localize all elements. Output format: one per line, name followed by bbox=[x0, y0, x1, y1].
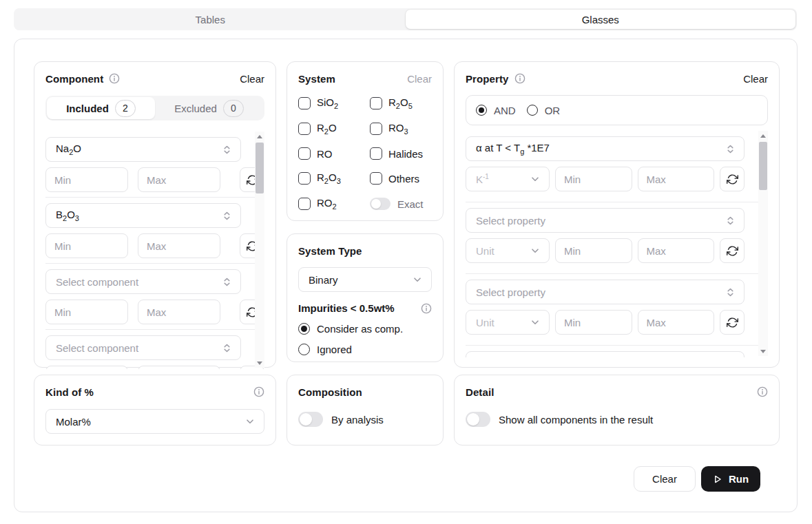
component-4-min-input[interactable] bbox=[45, 366, 128, 369]
property-1-max-input[interactable] bbox=[638, 167, 715, 191]
property-select-3[interactable]: Select property bbox=[466, 280, 745, 304]
divider bbox=[466, 273, 768, 274]
component-clear-button[interactable]: Clear bbox=[240, 73, 264, 85]
checkbox-box[interactable] bbox=[298, 172, 311, 185]
property-2-min-input[interactable] bbox=[555, 238, 632, 263]
component-select-3[interactable]: Select component bbox=[45, 269, 241, 294]
impurities-label: Impurities < 0.5wt% bbox=[298, 302, 395, 314]
checkbox-box[interactable] bbox=[298, 147, 311, 160]
checkbox-r2o5[interactable]: R2O5 bbox=[370, 96, 432, 110]
checkbox-box[interactable] bbox=[298, 123, 311, 135]
info-icon[interactable] bbox=[514, 73, 525, 84]
property-select-2[interactable]: Select property bbox=[466, 208, 745, 233]
component-3-max-input[interactable] bbox=[138, 300, 220, 324]
exact-label: Exact bbox=[397, 198, 424, 210]
property-3-unit-select[interactable]: Unit bbox=[466, 310, 550, 335]
checkbox-others[interactable]: Others bbox=[370, 171, 432, 185]
chevron-updown-icon bbox=[222, 343, 232, 353]
composition-panel: Composition By analysis bbox=[287, 375, 444, 446]
component-select-4[interactable]: Select component bbox=[45, 335, 241, 360]
property-3-reset-button[interactable] bbox=[720, 310, 745, 335]
component-2-max-input[interactable] bbox=[138, 233, 220, 258]
checkbox-ro2[interactable]: RO2 bbox=[298, 197, 367, 211]
property-2-max-input[interactable] bbox=[638, 238, 715, 263]
property-select-1-value: α at T < Tg *1E7 bbox=[476, 142, 725, 156]
checkbox-box[interactable] bbox=[370, 97, 382, 109]
component-list: Na2O B2O3 bbox=[45, 130, 264, 369]
info-icon[interactable] bbox=[757, 386, 768, 397]
checkbox-box[interactable] bbox=[298, 198, 311, 210]
component-4-max-input[interactable] bbox=[138, 366, 220, 369]
property-scrollbar[interactable] bbox=[758, 131, 768, 356]
scrollbar-thumb[interactable] bbox=[256, 143, 264, 193]
footer-clear-button[interactable]: Clear bbox=[634, 466, 696, 492]
property-3-min-input[interactable] bbox=[555, 310, 632, 335]
by-analysis-toggle[interactable] bbox=[298, 412, 323, 427]
checkbox-ro3[interactable]: RO3 bbox=[370, 122, 432, 136]
property-1-reset-button[interactable] bbox=[720, 167, 745, 191]
property-3-max-input[interactable] bbox=[638, 310, 715, 335]
show-all-components-row: Show all components in the result bbox=[466, 412, 768, 427]
component-row-4: Select component bbox=[45, 335, 241, 369]
kind-of-percent-select[interactable]: Molar% bbox=[45, 409, 264, 434]
component-2-min-input[interactable] bbox=[45, 233, 128, 258]
consider-label: Consider as comp. bbox=[317, 323, 403, 335]
property-select-4[interactable]: Select property bbox=[466, 351, 745, 357]
component-1-min-input[interactable] bbox=[45, 167, 128, 192]
ignored-option[interactable]: Ignored bbox=[298, 344, 432, 355]
included-tab[interactable]: Included 2 bbox=[47, 97, 155, 119]
property-1-unit-value: K-1 bbox=[476, 173, 530, 185]
system-clear-button[interactable]: Clear bbox=[407, 73, 432, 85]
component-select-2[interactable]: B2O3 bbox=[45, 203, 241, 228]
excluded-tab[interactable]: Excluded 0 bbox=[155, 97, 263, 119]
checkbox-box[interactable] bbox=[370, 172, 382, 185]
scroll-up-icon[interactable] bbox=[758, 131, 768, 140]
component-select-1[interactable]: Na2O bbox=[45, 137, 241, 162]
checkbox-ro[interactable]: RO bbox=[298, 147, 367, 160]
radio-or[interactable] bbox=[527, 105, 538, 116]
component-3-min-input[interactable] bbox=[45, 300, 128, 324]
footer-clear-label: Clear bbox=[652, 473, 677, 485]
checkbox-box[interactable] bbox=[370, 123, 382, 135]
property-row-2: Select property Unit bbox=[466, 208, 745, 274]
property-select-3-placeholder: Select property bbox=[476, 286, 725, 298]
property-clear-button[interactable]: Clear bbox=[743, 73, 768, 85]
scroll-down-icon[interactable] bbox=[758, 346, 768, 356]
exact-toggle[interactable] bbox=[370, 198, 391, 210]
checkbox-sio2[interactable]: SiO2 bbox=[298, 96, 367, 110]
radio-ignored[interactable] bbox=[298, 344, 310, 355]
property-select-1[interactable]: α at T < Tg *1E7 bbox=[466, 136, 745, 161]
property-2-unit-select[interactable]: Unit bbox=[466, 238, 550, 263]
component-scrollbar[interactable] bbox=[255, 132, 264, 368]
property-1-unit-select[interactable]: K-1 bbox=[466, 167, 550, 191]
checkbox-box[interactable] bbox=[370, 147, 382, 160]
system-options-grid: SiO2 R2O5 R2O RO3 RO Halides R2O3 Others… bbox=[298, 96, 432, 211]
radio-consider[interactable] bbox=[298, 323, 310, 335]
consider-as-comp-option[interactable]: Consider as comp. bbox=[298, 323, 432, 335]
checkbox-halides[interactable]: Halides bbox=[370, 147, 432, 160]
radio-and[interactable] bbox=[476, 105, 487, 116]
checkbox-r2o3[interactable]: R2O3 bbox=[298, 171, 367, 185]
scroll-up-icon[interactable] bbox=[255, 132, 264, 141]
checkbox-r2o[interactable]: R2O bbox=[298, 122, 367, 136]
system-type-value: Binary bbox=[309, 274, 412, 286]
checkbox-box[interactable] bbox=[298, 97, 311, 109]
component-select-4-placeholder: Select component bbox=[56, 342, 222, 354]
info-icon[interactable] bbox=[421, 303, 432, 314]
system-type-select[interactable]: Binary bbox=[298, 267, 432, 292]
component-1-max-input[interactable] bbox=[138, 167, 220, 192]
show-all-components-toggle[interactable] bbox=[466, 412, 490, 427]
run-button[interactable]: Run bbox=[701, 466, 760, 492]
scrollbar-thumb[interactable] bbox=[759, 142, 767, 190]
property-1-min-input[interactable] bbox=[555, 167, 632, 191]
info-icon[interactable] bbox=[253, 386, 264, 397]
property-2-reset-button[interactable] bbox=[720, 238, 745, 263]
system-type-panel: System Type Binary Impurities < 0.5wt% C… bbox=[287, 233, 444, 362]
tab-glasses[interactable]: Glasses bbox=[406, 10, 796, 29]
included-count-badge: 2 bbox=[115, 100, 136, 117]
exact-toggle-row: Exact bbox=[370, 197, 432, 211]
info-icon[interactable] bbox=[109, 73, 120, 84]
scroll-down-icon[interactable] bbox=[255, 358, 264, 368]
system-title: System bbox=[298, 73, 335, 85]
tab-tables[interactable]: Tables bbox=[15, 10, 406, 29]
